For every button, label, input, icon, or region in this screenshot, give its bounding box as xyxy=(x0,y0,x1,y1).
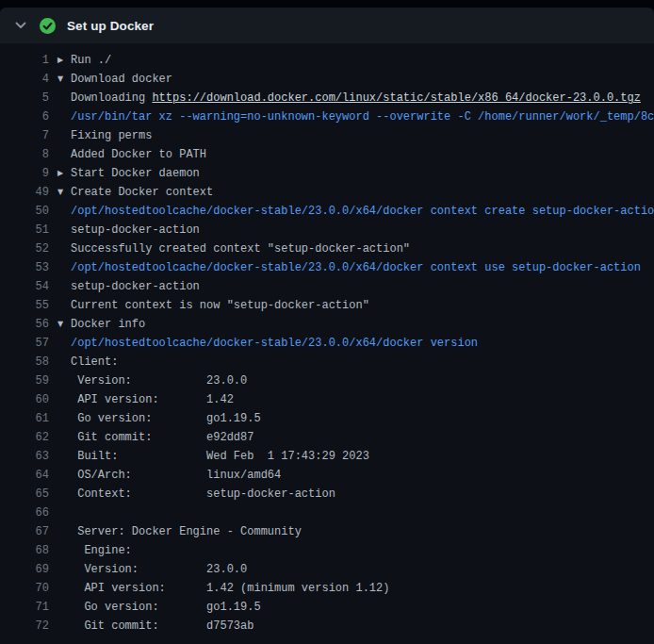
line-number-link[interactable]: 66 xyxy=(0,504,49,522)
line-number-link[interactable]: 4 xyxy=(0,70,49,89)
log-text-segment: Engine: xyxy=(71,544,132,557)
log-text-segment: API version: 1.42 xyxy=(71,393,234,406)
log-text: Docker info xyxy=(71,315,654,334)
log-text-segment: Docker info xyxy=(71,318,145,331)
line-number-link[interactable]: 62 xyxy=(0,428,49,447)
arrow-spacer xyxy=(57,277,71,296)
log-text: Git commit: d7573ab xyxy=(71,617,654,636)
log-text: Client: xyxy=(71,353,654,372)
log-line: 58Client: xyxy=(0,353,654,372)
log-line: 57/opt/hostedtoolcache/docker-stable/23.… xyxy=(0,334,654,353)
chevron-down-icon[interactable] xyxy=(13,18,28,33)
line-number-link[interactable]: 60 xyxy=(0,390,49,409)
log-text xyxy=(71,504,654,522)
chevron-down-icon[interactable]: ▼ xyxy=(57,183,71,202)
arrow-spacer xyxy=(57,372,71,390)
line-number-link[interactable]: 52 xyxy=(0,239,49,258)
line-number-link[interactable]: 57 xyxy=(0,334,49,353)
log-text-segment: Go version: go1.19.5 xyxy=(71,412,261,425)
log-group-line[interactable]: 1▶Run ./ xyxy=(0,51,654,70)
log-text-segment: setup-docker-action xyxy=(71,280,200,293)
log-text-segment: Current context is now "setup-docker-act… xyxy=(71,299,369,312)
arrow-spacer xyxy=(57,466,71,485)
line-number-link[interactable]: 7 xyxy=(0,126,49,145)
arrow-spacer xyxy=(57,107,71,126)
log-text: setup-docker-action xyxy=(71,277,654,296)
success-check-icon xyxy=(40,18,56,34)
line-number-link[interactable]: 8 xyxy=(0,145,49,164)
log-text: Fixing perms xyxy=(71,126,654,145)
log-line: 64 OS/Arch: linux/amd64 xyxy=(0,466,654,485)
log-text: /opt/hostedtoolcache/docker-stable/23.0.… xyxy=(71,202,654,221)
log-line: 5Downloading https://download.docker.com… xyxy=(0,89,654,107)
line-number-link[interactable]: 68 xyxy=(0,541,49,560)
arrow-spacer xyxy=(57,522,71,541)
log-group-line[interactable]: 9▶Start Docker daemon xyxy=(0,164,654,183)
line-number-link[interactable]: 70 xyxy=(0,579,49,598)
arrow-spacer xyxy=(57,202,71,221)
arrow-spacer xyxy=(57,334,71,353)
arrow-spacer xyxy=(57,239,71,258)
log-group-line[interactable]: 4▼Download docker xyxy=(0,70,654,89)
line-number-link[interactable]: 1 xyxy=(0,51,49,70)
log-text: /opt/hostedtoolcache/docker-stable/23.0.… xyxy=(71,334,654,353)
line-number-link[interactable]: 6 xyxy=(0,107,49,126)
line-number-link[interactable]: 72 xyxy=(0,617,49,636)
line-number-link[interactable]: 56 xyxy=(0,315,49,334)
log-text: Engine: xyxy=(71,541,654,560)
line-number-link[interactable]: 53 xyxy=(0,258,49,277)
chevron-down-icon[interactable]: ▼ xyxy=(57,70,71,89)
line-number-link[interactable]: 54 xyxy=(0,277,49,296)
log-text: Create Docker context xyxy=(71,183,654,202)
arrow-spacer xyxy=(57,447,71,466)
log-line: 67 Server: Docker Engine - Community xyxy=(0,522,654,541)
log-text-segment: Download docker xyxy=(71,73,172,86)
line-number-link[interactable]: 65 xyxy=(0,485,49,504)
log-command-text: /opt/hostedtoolcache/docker-stable/23.0.… xyxy=(71,205,654,218)
line-number-link[interactable]: 64 xyxy=(0,466,49,485)
log-text-segment: Go version: go1.19.5 xyxy=(71,601,261,614)
chevron-right-icon[interactable]: ▶ xyxy=(57,164,71,183)
log-group-line[interactable]: 56▼Docker info xyxy=(0,315,654,334)
line-number-link[interactable]: 69 xyxy=(0,560,49,579)
log-text-segment: Fixing perms xyxy=(71,129,152,142)
line-number-link[interactable]: 67 xyxy=(0,522,49,541)
line-number-link[interactable]: 51 xyxy=(0,221,49,239)
arrow-spacer xyxy=(57,504,71,522)
log-text: Go version: go1.19.5 xyxy=(71,409,654,428)
log-group-line[interactable]: 49▼Create Docker context xyxy=(0,183,654,202)
chevron-down-icon[interactable]: ▼ xyxy=(57,315,71,334)
step-title: Set up Docker xyxy=(67,19,154,33)
arrow-spacer xyxy=(57,560,71,579)
line-number-link[interactable]: 71 xyxy=(0,598,49,617)
chevron-right-icon[interactable]: ▶ xyxy=(57,51,71,70)
log-line: 69 Version: 23.0.0 xyxy=(0,560,654,579)
log-text: /usr/bin/tar xz --warning=no-unknown-key… xyxy=(71,107,654,126)
line-number-link[interactable]: 63 xyxy=(0,447,49,466)
line-number-link[interactable]: 55 xyxy=(0,296,49,315)
line-number-link[interactable]: 49 xyxy=(0,183,49,202)
line-number-link[interactable]: 59 xyxy=(0,372,49,390)
log-line: 59 Version: 23.0.0 xyxy=(0,372,654,390)
arrow-spacer xyxy=(57,89,71,107)
arrow-spacer xyxy=(57,145,71,164)
log-text: Run ./ xyxy=(71,51,654,70)
line-number-link[interactable]: 61 xyxy=(0,409,49,428)
log-text-segment: OS/Arch: linux/amd64 xyxy=(71,469,281,482)
log-text-segment: setup-docker-action xyxy=(71,223,200,237)
arrow-spacer xyxy=(57,353,71,372)
log-text: Current context is now "setup-docker-act… xyxy=(71,296,654,315)
log-text-segment: Context: setup-docker-action xyxy=(71,487,335,501)
step-header[interactable]: Set up Docker xyxy=(0,8,654,43)
log-line: 61 Go version: go1.19.5 xyxy=(0,409,654,428)
line-number-link[interactable]: 58 xyxy=(0,353,49,372)
line-number-link[interactable]: 50 xyxy=(0,202,49,221)
log-line: 6/usr/bin/tar xz --warning=no-unknown-ke… xyxy=(0,107,654,126)
arrow-spacer xyxy=(57,126,71,145)
log-text-segment: Added Docker to PATH xyxy=(71,148,206,161)
log-link[interactable]: https://download.docker.com/linux/static… xyxy=(152,91,640,105)
line-number-link[interactable]: 5 xyxy=(0,89,49,107)
line-number-link[interactable]: 9 xyxy=(0,164,49,183)
log-text-segment: Start Docker daemon xyxy=(71,167,200,180)
log-command-text: /usr/bin/tar xz --warning=no-unknown-key… xyxy=(71,110,654,124)
